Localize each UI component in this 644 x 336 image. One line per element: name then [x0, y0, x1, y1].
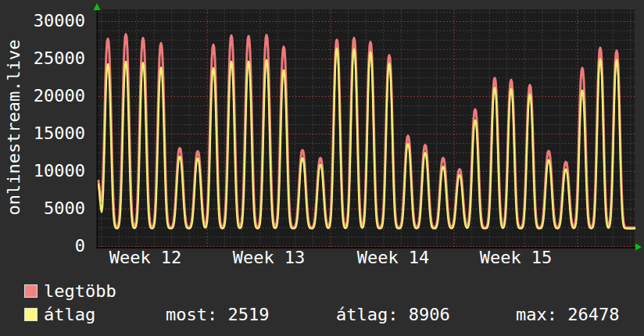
x-tick-label-week15: Week 15: [480, 248, 553, 267]
legend-label-legtobb: legtöbb: [44, 282, 116, 301]
x-tick-label-week13: Week 13: [233, 248, 306, 267]
y-tick-label-10000: 10000: [0, 162, 85, 181]
y-tick-label-20000: 20000: [0, 87, 85, 105]
x-tick-label-week14: Week 14: [357, 248, 430, 267]
traffic-graph: onlinestream.live 0 5000 10000 15000 200…: [0, 0, 644, 336]
legend-label-atlag: átlag: [44, 306, 95, 324]
stat-max: max: 26478: [516, 306, 619, 324]
y-tick-label-25000: 25000: [0, 49, 85, 68]
y-tick-label-15000: 15000: [0, 124, 85, 143]
stat-most: most: 2519: [166, 306, 269, 324]
stat-atlag: átlag: 8906: [336, 306, 450, 324]
y-tick-label-0: 0: [0, 237, 85, 256]
y-tick-label-5000: 5000: [0, 199, 85, 218]
x-axis-arrow-icon: [635, 244, 642, 251]
legend-swatch-atlag: [24, 308, 38, 321]
x-tick-label-week12: Week 12: [109, 248, 182, 267]
y-tick-label-30000: 30000: [0, 12, 85, 30]
legend-swatch-legtobb: [24, 284, 38, 298]
y-axis-arrow-icon: [94, 3, 101, 10]
